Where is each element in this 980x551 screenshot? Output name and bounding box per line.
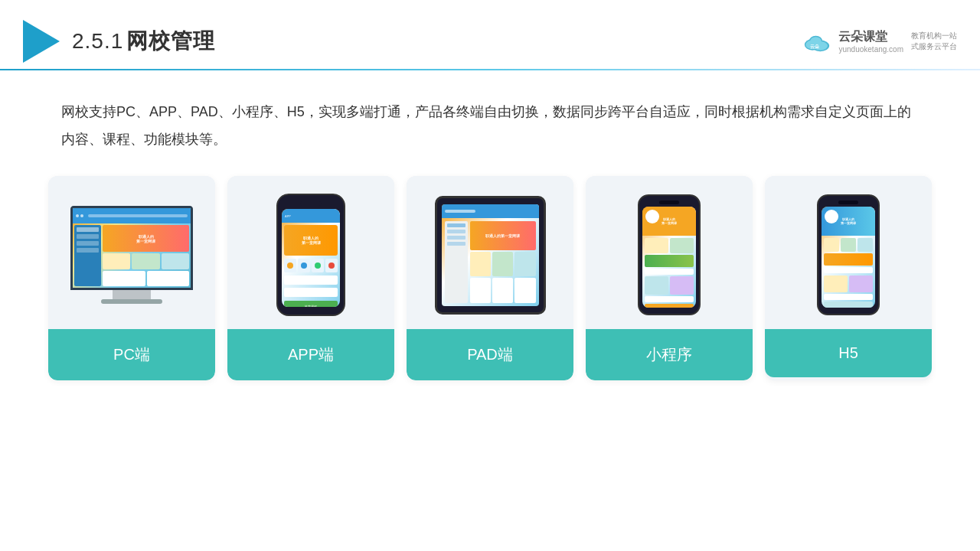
page-title: 2.5.1网校管理: [72, 27, 215, 56]
card-h5-image: 职通人的第一堂网课: [765, 176, 932, 329]
miniprogram-phone-mockup: 职通人的第一堂网课: [638, 194, 701, 315]
card-pc-image: 职通人的第一堂网课: [48, 176, 215, 329]
logo-icon: [23, 20, 60, 63]
card-pc-label: PC端: [48, 329, 215, 380]
card-app-image: APP 职通人的第一堂网课: [227, 176, 394, 329]
card-pad: 职通人的第一堂网课: [407, 176, 573, 380]
cards-container: 职通人的第一堂网课: [0, 168, 980, 396]
card-app-label: APP端: [227, 329, 394, 380]
app-phone-mockup: APP 职通人的第一堂网课: [276, 194, 345, 316]
brand-slogan2: 式服务云平台: [911, 41, 957, 52]
card-app: APP 职通人的第一堂网课: [227, 176, 394, 380]
monitor-screen: 职通人的第一堂网课: [70, 206, 193, 290]
card-miniprogram-label: 小程序: [586, 329, 753, 380]
card-miniprogram: 职通人的第一堂网课: [586, 176, 753, 380]
header: 2.5.1网校管理 云朵 云朵课堂 yunduoketang.com 教育机构一…: [0, 0, 980, 69]
svg-text:云朵: 云朵: [811, 44, 821, 49]
card-pad-image: 职通人的第一堂网课: [407, 176, 573, 329]
cloud-icon: 云朵: [800, 30, 834, 53]
description-text: 网校支持PC、APP、PAD、小程序、H5，实现多端打通，产品各终端自由切换，数…: [0, 70, 980, 168]
card-pad-label: PAD端: [407, 329, 573, 380]
brand-name: 云朵课堂: [838, 29, 903, 45]
brand-slogan1: 教育机构一站: [911, 31, 957, 41]
card-miniprogram-image: 职通人的第一堂网课: [586, 176, 753, 329]
brand-url: yunduoketang.com: [838, 45, 903, 54]
card-pc: 职通人的第一堂网课: [48, 176, 215, 380]
pc-mockup: 职通人的第一堂网课: [70, 206, 193, 304]
header-left: 2.5.1网校管理: [23, 20, 215, 63]
card-h5: 职通人的第一堂网课: [765, 176, 932, 380]
h5-phone-mockup: 职通人的第一堂网课: [817, 194, 880, 315]
brand-area: 云朵 云朵课堂 yunduoketang.com 教育机构一站 式服务云平台: [800, 29, 957, 54]
brand-logo: 云朵 云朵课堂 yunduoketang.com 教育机构一站 式服务云平台: [800, 29, 957, 54]
pad-mockup: 职通人的第一堂网课: [435, 196, 546, 315]
card-h5-label: H5: [765, 329, 932, 377]
